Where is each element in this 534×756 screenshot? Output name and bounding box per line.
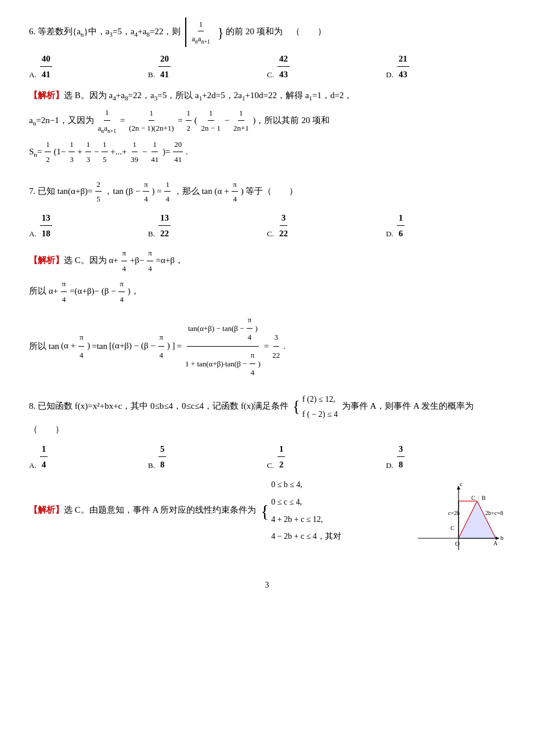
- question-7: 7. 已知 tan(α+β)= 25 ，tan (β − π4 ) = 14 ，…: [29, 178, 505, 381]
- q8-graph: b c O: [412, 480, 505, 561]
- svg-text:A: A: [493, 540, 498, 546]
- svg-marker-12: [459, 501, 496, 538]
- question-6: 6. 等差数列{an}中，a3=5，a4+a8=22，则 1 anan+1 } …: [29, 17, 505, 167]
- page-number-text: 3: [265, 581, 269, 589]
- q7-formula-display: 所以 tan (α + π4 ) =tan [(α+β) − (β − π4 )…: [29, 312, 505, 381]
- svg-text:B: B: [482, 495, 486, 501]
- svg-text:b: b: [500, 534, 504, 541]
- q8-solution: b c O: [29, 477, 505, 544]
- q8-options: A. 14 B. 58 C. 12 D. 38: [29, 442, 505, 471]
- svg-text:C: C: [471, 495, 475, 501]
- q6-option-a: A. 4041: [29, 52, 148, 81]
- q7-option-b: B. 1322: [148, 211, 267, 240]
- q7-option-a: A. 1318: [29, 211, 148, 240]
- q7-options: A. 1318 B. 1322 C. 322 D. 16: [29, 211, 505, 240]
- q7-option-d: D. 16: [386, 211, 505, 240]
- svg-text:c=2b: c=2b: [448, 510, 460, 516]
- q8-option-a: A. 14: [29, 442, 148, 471]
- page: 6. 等差数列{an}中，a3=5，a4+a8=22，则 1 anan+1 } …: [29, 17, 505, 592]
- q6-options: A. 4041 B. 2041 C. 4243 D. 2143: [29, 52, 505, 81]
- q6-option-d: D. 2143: [386, 52, 505, 81]
- q7-line2: 所以 α+ π4 =(α+β)− (β − π4 )，: [29, 277, 505, 307]
- question-8: 8. 已知函数 f(x)=x²+bx+c，其中 0≤b≤4，0≤c≤4，记函数 …: [29, 392, 505, 561]
- q6-text: 6. 等差数列{an}中，a3=5，a4+a8=22，则 1 anan+1 } …: [29, 17, 505, 47]
- q7-option-c: C. 322: [267, 211, 386, 240]
- q6-option-b: B. 2041: [148, 52, 267, 81]
- q8-option-c: C. 12: [267, 442, 386, 471]
- q7-solution: 【解析】选 C。因为 α+ π4 +β− π4 =α+β， 所以 α+ π4 =…: [29, 246, 505, 381]
- page-number: 3: [29, 579, 505, 592]
- q7-text: 7. 已知 tan(α+β)= 25 ，tan (β − π4 ) = 14 ，…: [29, 178, 505, 206]
- svg-text:2b+c=8: 2b+c=8: [485, 510, 503, 516]
- q6-option-c: C. 4243: [267, 52, 386, 81]
- svg-text:O: O: [455, 540, 460, 547]
- q8-option-b: B. 58: [148, 442, 267, 471]
- svg-text:c: c: [460, 480, 463, 487]
- q6-solution: 【解析】选 B。因为 a4+a8=22，a3=5，所以 a1+2d=5，2a1+…: [29, 87, 505, 168]
- q8-option-d: D. 38: [386, 442, 505, 471]
- svg-text:/: /: [478, 495, 479, 501]
- q8-text: 8. 已知函数 f(x)=x²+bx+c，其中 0≤b≤4，0≤c≤4，记函数 …: [29, 392, 505, 437]
- svg-text:C: C: [450, 525, 454, 531]
- q6-sn: Sn= 12 (1− 13 + 13 − 15 +...+ 139 − 141 …: [29, 138, 505, 167]
- q6-formula: an=2n−1，又因为 1anan+1 = 1(2n − 1)(2n+1) = …: [29, 106, 505, 136]
